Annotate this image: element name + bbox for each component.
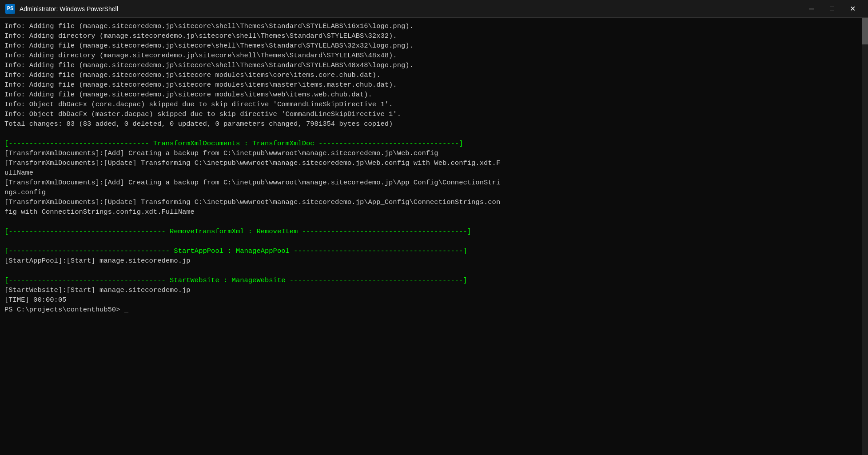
title-bar: PS Administrator: Windows PowerShell ─ □…	[0, 0, 868, 18]
scrollbar-thumb[interactable]	[862, 18, 868, 44]
app-icon: PS	[5, 4, 15, 14]
window-title: Administrator: Windows PowerShell	[20, 5, 801, 12]
scrollbar[interactable]	[862, 18, 868, 455]
terminal-output: Info: Adding file (manage.sitecoredemo.j…	[4, 21, 864, 315]
maximize-button[interactable]: □	[822, 0, 842, 18]
window-controls: ─ □ ✕	[801, 0, 863, 18]
terminal-body[interactable]: Info: Adding file (manage.sitecoredemo.j…	[0, 18, 868, 455]
close-button[interactable]: ✕	[842, 0, 863, 18]
powershell-window: PS Administrator: Windows PowerShell ─ □…	[0, 0, 868, 455]
minimize-button[interactable]: ─	[801, 0, 822, 18]
